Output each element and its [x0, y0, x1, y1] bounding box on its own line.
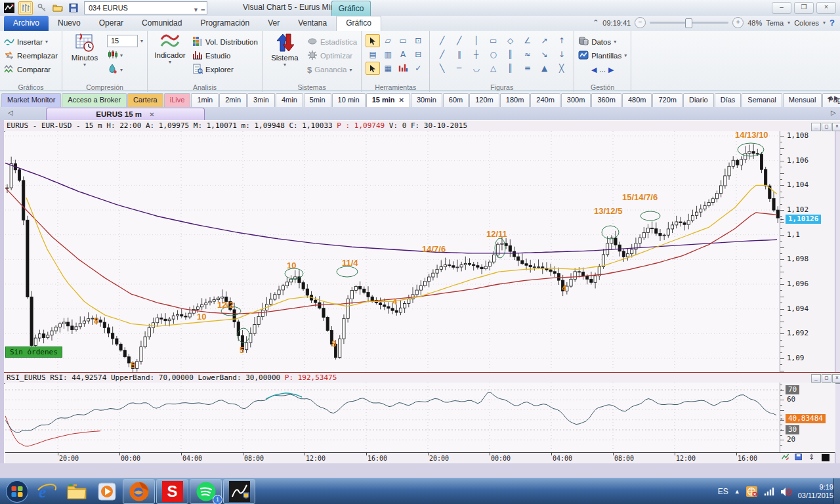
page-next-icon[interactable]: ▶: [608, 66, 614, 74]
arc-figure[interactable]: ◡: [468, 62, 484, 75]
help-button[interactable]: ?: [830, 18, 835, 28]
period-tab-cartera[interactable]: Cartera: [127, 93, 163, 107]
rectangle-shape-figure[interactable]: ▭: [485, 34, 501, 47]
pointer-select-tool[interactable]: [366, 62, 380, 75]
cross-figure[interactable]: ┼: [468, 48, 484, 61]
main-chart[interactable]: [5, 131, 780, 373]
taskbar-internet-explorer[interactable]: e: [35, 480, 58, 503]
doc-scroll-right-icon[interactable]: ▷: [831, 109, 836, 116]
menu-tab-archivo[interactable]: Archivo: [4, 16, 49, 31]
chart-highlight-icon[interactable]: [18, 1, 33, 15]
close-tab-icon[interactable]: ✕: [398, 96, 404, 104]
period-tab-1min[interactable]: 1min: [191, 93, 219, 107]
page-prev-icon[interactable]: ◀: [591, 66, 597, 74]
period-tab-240m[interactable]: 240m: [530, 93, 560, 107]
close-button[interactable]: ×: [832, 374, 840, 383]
period-tab-3min[interactable]: 3min: [247, 93, 275, 107]
scroll-left-icon[interactable]: ◀: [827, 94, 831, 101]
time-axis[interactable]: 20:0000:0004:0008:0012:0016:0020:0000:00…: [5, 452, 835, 464]
speed-lines-figure[interactable]: ║: [502, 62, 518, 75]
minimize-button[interactable]: _: [811, 374, 821, 383]
chevron-down-icon[interactable]: ▼ ≂: [193, 4, 205, 16]
ellipse-shape-figure[interactable]: ○: [485, 48, 501, 61]
network-disconnected-icon[interactable]: [746, 486, 758, 497]
period-tab-diario[interactable]: Diario: [683, 93, 714, 107]
minimize-button[interactable]: _: [811, 123, 821, 131]
button-vol--distribution[interactable]: Vol. Distribution: [192, 35, 258, 48]
crossed-lines-figure[interactable]: ╳: [553, 62, 570, 75]
price-axis[interactable]: 1,1081,1061,1041,1021,11,0981,0961,0941,…: [780, 131, 835, 373]
period-tab-acceso-a-broker[interactable]: Acceso a Broker: [62, 93, 127, 107]
menu-tab-programación[interactable]: Programación: [191, 16, 259, 31]
ruler-tool[interactable]: ▥: [381, 48, 395, 61]
menu-tab-gráfico[interactable]: Gráfico: [336, 16, 381, 31]
button-plantillas[interactable]: Plantillas▾: [578, 49, 627, 62]
period-tab-15-min[interactable]: 15 min✕: [366, 93, 410, 107]
zoom-in-button[interactable]: +: [732, 17, 744, 28]
bars-count-select[interactable]: 15▾: [107, 34, 143, 47]
document-selector[interactable]: 034 EURUS ▼ ≂: [84, 1, 207, 14]
text-tool[interactable]: A: [396, 48, 410, 61]
retracement-figure[interactable]: ↘: [536, 48, 553, 61]
pitchfork-figure[interactable]: ▲: [536, 62, 553, 75]
arrow-down-figure[interactable]: ↓: [553, 48, 570, 61]
menu-tab-nuevo[interactable]: Nuevo: [49, 16, 90, 31]
pointer-tool[interactable]: [366, 34, 380, 47]
fan-lines-figure[interactable]: ≈: [519, 48, 536, 61]
button-explorer[interactable]: Explorer: [192, 64, 258, 76]
zoom-window-tool[interactable]: ⊡: [411, 34, 425, 47]
button-estudio[interactable]: Estudio: [192, 49, 258, 62]
period-tab-120m[interactable]: 120m: [469, 93, 499, 107]
period-tab-semanal[interactable]: Semanal: [742, 93, 782, 107]
triangle-shape-figure[interactable]: △: [485, 62, 501, 75]
button-datos[interactable]: Datos▾: [578, 35, 627, 48]
save-disk-icon[interactable]: [794, 453, 804, 462]
period-tab-720m[interactable]: 720m: [652, 93, 682, 107]
volume-bars-tool[interactable]: [396, 62, 410, 75]
language-indicator[interactable]: ES: [718, 487, 728, 496]
restore-button[interactable]: □: [822, 123, 831, 131]
period-tab-2min[interactable]: 2min: [219, 93, 247, 107]
trend-channel-figure[interactable]: ╱: [451, 34, 467, 47]
period-tab-10-min[interactable]: 10 min: [332, 93, 366, 107]
period-tab-30min[interactable]: 30min: [411, 93, 442, 107]
arrow-trend-figure[interactable]: ↗: [536, 34, 553, 47]
close-button[interactable]: ×: [816, 2, 836, 14]
segment-figure[interactable]: ╲: [434, 62, 450, 75]
period-tab-180m[interactable]: 180m: [500, 93, 530, 107]
close-button[interactable]: ×: [832, 123, 840, 131]
parallel-lines-figure[interactable]: ∥: [451, 48, 467, 61]
pin-ribbon-icon[interactable]: ⌃: [593, 18, 598, 27]
theme-menu[interactable]: Tema: [766, 19, 784, 27]
regression-line-figure[interactable]: ╱: [434, 48, 450, 61]
rsi-axis[interactable]: 70←6030←2040,83484←: [780, 383, 835, 452]
taskbar-s-app[interactable]: S: [156, 479, 188, 504]
rectangle-tool[interactable]: ▭: [396, 34, 410, 47]
pin-icon[interactable]: [807, 453, 817, 462]
apply-check-tool[interactable]: ✓: [411, 62, 425, 75]
signal-bars-icon[interactable]: [764, 487, 774, 496]
colors-menu[interactable]: Colores: [794, 19, 819, 27]
button-comparar[interactable]: Comparar: [4, 64, 58, 76]
menu-tab-ventana[interactable]: Ventana: [289, 16, 336, 31]
contextual-tab-header[interactable]: Gráfico: [331, 1, 371, 16]
button-reemplazar[interactable]: Reemplazar: [4, 49, 58, 62]
period-tab-480m[interactable]: 480m: [622, 93, 652, 107]
vertical-line-figure[interactable]: │: [468, 34, 484, 47]
big-button-minutos[interactable]: Minutos▾: [66, 33, 103, 76]
taskbar-media-player[interactable]: [96, 480, 118, 503]
double-vertical-figure[interactable]: ║: [502, 48, 518, 61]
zoom-out-button[interactable]: −: [635, 17, 646, 28]
taskbar-file-explorer[interactable]: [66, 480, 88, 503]
button-insertar[interactable]: Insertar▾: [4, 35, 58, 48]
period-tab-mensual[interactable]: Mensual: [783, 93, 822, 107]
menu-tab-ver[interactable]: Ver: [259, 16, 289, 31]
vc-logo-icon[interactable]: [3, 2, 16, 14]
rhombus-figure[interactable]: ◇: [502, 34, 518, 47]
period-tab-360m[interactable]: 360m: [591, 93, 621, 107]
volume-muted-icon[interactable]: [780, 487, 792, 497]
period-tab-ilive[interactable]: iLive: [164, 93, 191, 107]
show-desktop-button[interactable]: [833, 478, 840, 504]
tray-clock[interactable]: 9:1903/11/2015: [798, 483, 833, 500]
chart-document-tab[interactable]: EURUS 15 m ✕: [46, 108, 205, 121]
